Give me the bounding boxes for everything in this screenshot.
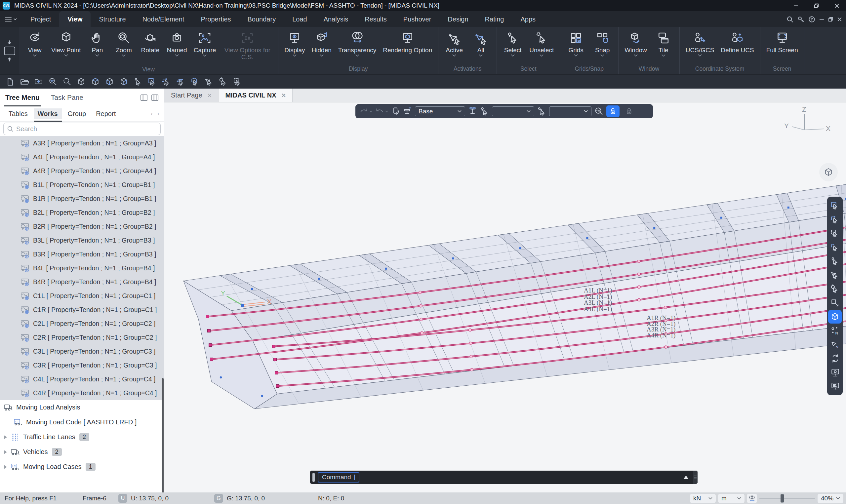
zoom-window-icon[interactable] bbox=[62, 77, 72, 87]
force-unit-select[interactable]: kN bbox=[690, 494, 716, 503]
menu-apps[interactable]: Apps bbox=[512, 11, 544, 27]
subtab-report[interactable]: Report bbox=[92, 108, 120, 119]
display-button[interactable]: Display bbox=[281, 30, 308, 66]
select-window-icon[interactable] bbox=[828, 199, 842, 213]
open-model-icon[interactable] bbox=[19, 77, 29, 87]
all-button[interactable]: All bbox=[467, 30, 494, 66]
view-button[interactable]: View bbox=[21, 30, 48, 66]
length-unit-select[interactable]: m bbox=[718, 494, 744, 503]
tree-item-tendon[interactable]: C3L [ Property=Tendon ; N=1 ; Group=C3 ] bbox=[0, 344, 164, 358]
unselect-node-icon[interactable] bbox=[828, 282, 842, 296]
section-property-icon[interactable] bbox=[468, 107, 477, 116]
subtab-tables[interactable]: Tables bbox=[5, 108, 32, 119]
command-scrollbar[interactable] bbox=[693, 471, 698, 484]
select-window-dashed-icon[interactable] bbox=[828, 227, 842, 240]
menu-load[interactable]: Load bbox=[284, 11, 316, 27]
unselect-rotate-icon[interactable] bbox=[218, 77, 228, 87]
pick-material-icon[interactable] bbox=[537, 107, 546, 116]
minimize-button[interactable] bbox=[793, 3, 798, 8]
control-panel-icon[interactable] bbox=[828, 379, 842, 393]
select-window-icon[interactable] bbox=[147, 77, 157, 87]
tree-item-tendon[interactable]: B3R [ Property=Tendon ; N=1 ; Group=B3 ] bbox=[0, 247, 164, 261]
menu-node-element[interactable]: Node/Element bbox=[134, 11, 193, 27]
tree-item-tendon[interactable]: B1L [ Property=Tendon ; N=1 ; Group=B1 ] bbox=[0, 178, 164, 192]
iso-view-icon[interactable] bbox=[828, 310, 842, 324]
menu-boundary[interactable]: Boundary bbox=[239, 11, 284, 27]
property-select[interactable] bbox=[492, 106, 534, 116]
select-volume-icon[interactable] bbox=[190, 77, 200, 87]
unselect-button[interactable]: Unselect bbox=[526, 30, 557, 66]
tree-item-moving-load-code-aashto-lrfd-[interactable]: LCMoving Load Code [ AASHTO LRFD ] bbox=[0, 415, 164, 430]
window-button[interactable]: Window bbox=[621, 30, 650, 66]
material-select[interactable] bbox=[549, 106, 591, 116]
doc-restore-icon[interactable] bbox=[828, 17, 833, 22]
new-file-icon[interactable] bbox=[5, 77, 15, 87]
tree-item-tendon[interactable]: C2R [ Property=Tendon ; N=1 ; Group=C2 ] bbox=[0, 330, 164, 344]
tree-item-tendon[interactable]: C3R [ Property=Tendon ; N=1 ; Group=C3 ] bbox=[0, 358, 164, 372]
tree-item-tendon[interactable]: C2L [ Property=Tendon ; N=1 ; Group=C2 ] bbox=[0, 317, 164, 330]
pan-button[interactable]: Pan bbox=[84, 30, 110, 66]
rotate-button[interactable]: Rotate bbox=[137, 30, 163, 66]
menu-structure[interactable]: Structure bbox=[91, 11, 134, 27]
element-number-icon[interactable]: N bbox=[828, 338, 842, 351]
transparency-button[interactable]: Transparency bbox=[335, 30, 379, 66]
tree-item-vehicles[interactable]: Vehicles2 bbox=[0, 445, 164, 460]
tab-tree-menu[interactable]: Tree Menu bbox=[5, 89, 40, 106]
ribbon-collapse-button[interactable] bbox=[0, 27, 19, 74]
tree-item-tendon[interactable]: B3L [ Property=Tendon ; N=1 ; Group=B3 ] bbox=[0, 233, 164, 247]
tree-item-traffic-line-lanes[interactable]: Traffic Line Lanes2 bbox=[0, 430, 164, 445]
section-table-icon[interactable] bbox=[403, 107, 412, 116]
view-point-button[interactable]: View Point bbox=[48, 30, 84, 66]
menu-rating[interactable]: Rating bbox=[477, 11, 512, 27]
hamburger-menu-icon[interactable] bbox=[0, 16, 22, 22]
close-tab-icon[interactable]: × bbox=[281, 91, 286, 100]
select-group-icon[interactable] bbox=[204, 77, 214, 87]
hidden-button[interactable]: Hidden bbox=[308, 30, 335, 66]
named-button[interactable]: Named bbox=[163, 30, 190, 66]
select-plane-icon[interactable] bbox=[176, 77, 185, 87]
view-cube-button[interactable] bbox=[819, 163, 838, 181]
ucs-gcs-button[interactable]: UCS/GCS bbox=[682, 30, 718, 66]
unlock-button[interactable] bbox=[606, 105, 619, 117]
doc-tab-midas-civil-nx[interactable]: MIDAS CIVIL NX× bbox=[218, 89, 292, 102]
zoom-button[interactable]: Zoom bbox=[110, 30, 137, 66]
model-viewport[interactable]: A1L (N=1)A2L (N=1)A3L (N=1)A4L (N=1)A1R … bbox=[164, 103, 846, 492]
tree-item-tendon[interactable]: B2R [ Property=Tendon ; N=1 ; Group=B2 ] bbox=[0, 219, 164, 233]
select-polyline-icon[interactable] bbox=[828, 213, 842, 227]
menu-results[interactable]: Results bbox=[356, 11, 395, 27]
select-poly-dashed-icon[interactable] bbox=[828, 240, 842, 254]
view-front-icon[interactable] bbox=[105, 77, 114, 87]
restore-button[interactable] bbox=[814, 3, 819, 8]
doc-minimize-icon[interactable] bbox=[819, 17, 824, 22]
menu-properties[interactable]: Properties bbox=[193, 11, 239, 27]
tree-item-tendon[interactable]: C1R [ Property=Tendon ; N=1 ; Group=C1 ] bbox=[0, 303, 164, 317]
redraw-icon[interactable] bbox=[828, 352, 842, 365]
subtab-works[interactable]: Works bbox=[34, 108, 62, 119]
zoom-level-select[interactable]: 40% bbox=[817, 494, 843, 503]
undo-button[interactable] bbox=[359, 107, 372, 116]
menu-view[interactable]: View bbox=[59, 11, 91, 27]
snap-button[interactable]: Snap bbox=[589, 30, 616, 66]
search-input[interactable] bbox=[16, 125, 157, 133]
panel-layout-icon[interactable] bbox=[140, 94, 148, 101]
zoom-fit-icon[interactable] bbox=[48, 77, 57, 87]
tree-item-tendon[interactable]: A4R [ Property=Tendon ; N=1 ; Group=A4 ] bbox=[0, 164, 164, 178]
doc-close-icon[interactable] bbox=[837, 17, 842, 22]
tree-item-tendon[interactable]: B2L [ Property=Tendon ; N=1 ; Group=B2 ] bbox=[0, 205, 164, 219]
view-options-for-c-s--button[interactable]: View Options for C.S. bbox=[219, 30, 275, 66]
grids-button[interactable]: Grids bbox=[563, 30, 589, 66]
select-identity-icon[interactable] bbox=[133, 77, 143, 87]
menu-design[interactable]: Design bbox=[439, 11, 476, 27]
dynamic-view-icon[interactable] bbox=[594, 107, 604, 116]
tree-item-moving-load-cases[interactable]: LCMoving Load Cases1 bbox=[0, 460, 164, 474]
capture-button[interactable]: Capture bbox=[191, 30, 219, 66]
help-icon[interactable] bbox=[808, 16, 815, 23]
transparency-toggle-icon[interactable] bbox=[747, 494, 757, 503]
tree-item-tendon[interactable]: B1R [ Property=Tendon ; N=1 ; Group=B1 ] bbox=[0, 192, 164, 205]
pick-property-icon[interactable] bbox=[480, 107, 489, 116]
subtab-prev-icon[interactable]: ‹ bbox=[151, 110, 153, 117]
full-screen-button[interactable]: Full Screen bbox=[763, 30, 802, 66]
define-ucs-button[interactable]: Define UCS bbox=[717, 30, 757, 66]
view-top-icon[interactable] bbox=[91, 77, 100, 87]
close-tab-icon[interactable]: × bbox=[208, 91, 212, 100]
